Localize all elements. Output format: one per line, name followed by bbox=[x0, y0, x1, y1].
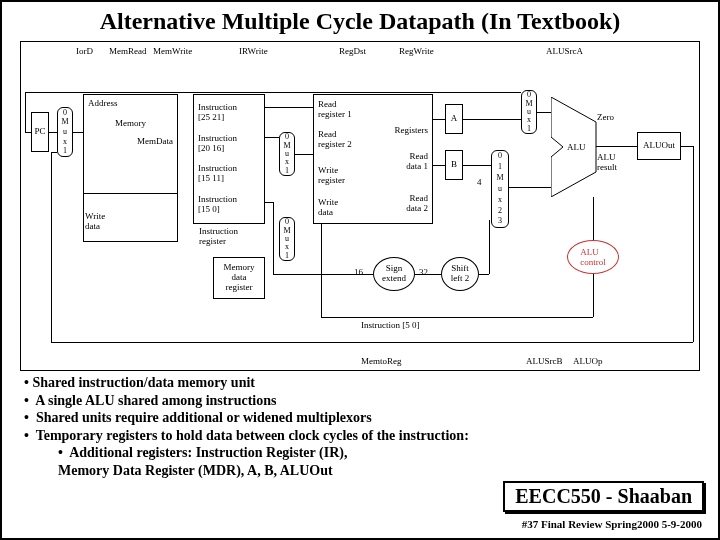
mem-address: Address bbox=[88, 99, 118, 109]
rf-wd: Write data bbox=[318, 197, 338, 217]
memory-block: Address Memory MemData bbox=[83, 94, 178, 194]
sig-memwrite: MemWrite bbox=[153, 46, 192, 56]
rf-rr2: Read register 2 bbox=[318, 129, 352, 149]
sig-irwrite: IRWrite bbox=[239, 46, 268, 56]
pc-register: PC bbox=[31, 112, 49, 152]
footer-course: EECC550 - Shaaban bbox=[503, 481, 704, 512]
sig-memtoreg: MemtoReg bbox=[361, 356, 402, 366]
slide: Alternative Multiple Cycle Datapath (In … bbox=[0, 0, 720, 540]
sig-memread: MemRead bbox=[109, 46, 147, 56]
bullet-4: • Temporary registers to hold data betwe… bbox=[24, 427, 469, 445]
sign-extend: Sign extend bbox=[373, 257, 415, 291]
alu-zero: Zero bbox=[597, 112, 614, 122]
a-register: A bbox=[445, 104, 463, 134]
mem-label: Memory bbox=[115, 119, 146, 129]
alu-label: ALU bbox=[567, 142, 586, 152]
bullet-2: • A single ALU shared among instructions bbox=[24, 392, 469, 410]
bullet-list: • Shared instruction/data memory unit • … bbox=[24, 374, 469, 479]
bullet-3: • Shared units require additional or wid… bbox=[24, 409, 469, 427]
alu-result: ALU result bbox=[597, 152, 617, 172]
instruction-register: Instruction[25 21] Instruction[20 16] In… bbox=[193, 94, 265, 224]
shift-left-2: Shift left 2 bbox=[441, 257, 479, 291]
datapath-diagram: IorD MemRead MemWrite IRWrite RegDst Reg… bbox=[20, 41, 700, 371]
mux-alusrcb: 0 1 M u x 2 3 bbox=[491, 150, 509, 228]
slide-title: Alternative Multiple Cycle Datapath (In … bbox=[2, 2, 718, 37]
mux-alusrca: 0 M u x 1 bbox=[521, 90, 537, 134]
rf-rr1: Read register 1 bbox=[318, 99, 352, 119]
memory-data-register: Memory data register bbox=[213, 257, 265, 299]
sig-alusrcb: ALUSrcB bbox=[526, 356, 563, 366]
mem-writedata: Write data bbox=[83, 207, 123, 237]
rf-wr: Write register bbox=[318, 165, 345, 185]
se-32: 32 bbox=[419, 267, 428, 277]
sig-aluop: ALUOp bbox=[573, 356, 603, 366]
footer-line: #37 Final Review Spring2000 5-9-2000 bbox=[522, 518, 702, 530]
mux-memtoreg: 0 M u x 1 bbox=[279, 217, 295, 261]
sig-regwrite: RegWrite bbox=[399, 46, 434, 56]
alu-control: ALU control bbox=[567, 240, 619, 274]
rf-rd2: Read data 2 bbox=[406, 193, 428, 213]
aluout-register: ALUOut bbox=[637, 132, 681, 160]
ir-caption: Instruction register bbox=[199, 226, 238, 246]
bullet-4a: • Additional registers: Instruction Regi… bbox=[58, 444, 469, 462]
rf-caption: Registers bbox=[395, 125, 429, 135]
mux-regdst: 0 M u x 1 bbox=[279, 132, 295, 176]
sig-iord: IorD bbox=[76, 46, 93, 56]
const-4: 4 bbox=[477, 177, 482, 187]
bullet-1: • Shared instruction/data memory unit bbox=[24, 374, 469, 392]
sig-alusrca: ALUSrcA bbox=[546, 46, 583, 56]
se-16: 16 bbox=[354, 267, 363, 277]
register-file: Read register 1 Read register 2 Register… bbox=[313, 94, 433, 224]
mux-iord: 0 M u x 1 bbox=[57, 107, 73, 157]
instr-5-0: Instruction [5 0] bbox=[361, 320, 420, 330]
b-register: B bbox=[445, 150, 463, 180]
sig-regdst: RegDst bbox=[339, 46, 366, 56]
bullet-4b: Memory Data Register (MDR), A, B, ALUOut bbox=[58, 462, 469, 480]
rf-rd1: Read data 1 bbox=[406, 151, 428, 171]
mem-memdata: MemData bbox=[137, 137, 173, 147]
